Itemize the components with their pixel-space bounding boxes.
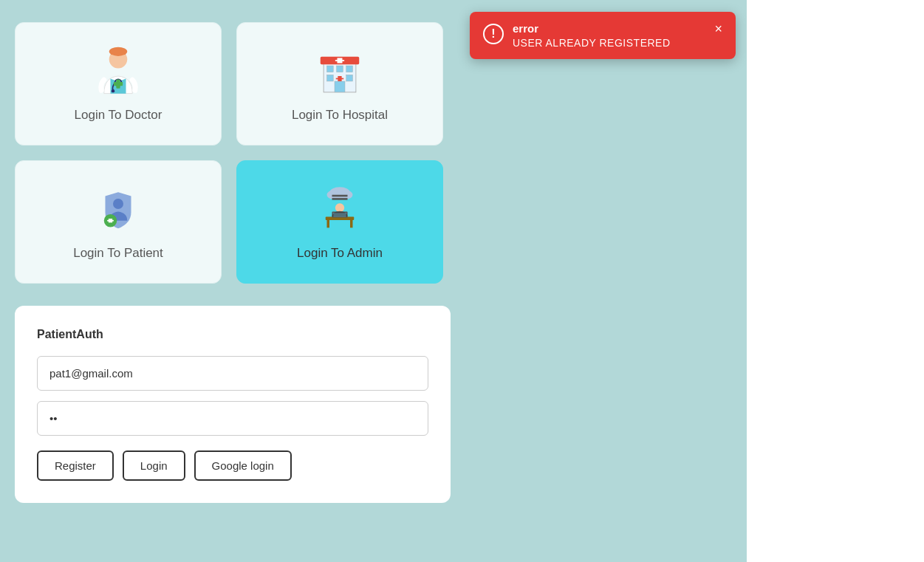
svg-rect-26 xyxy=(332,198,348,200)
hospital-card-label: Login To Hospital xyxy=(292,108,388,123)
auth-buttons: Register Login Google login xyxy=(37,450,428,481)
login-button[interactable]: Login xyxy=(123,450,185,481)
main-content: Login To Doctor xyxy=(0,0,747,518)
password-input[interactable] xyxy=(37,401,428,436)
error-message: USER ALREADY REGISTERED xyxy=(513,37,702,49)
svg-rect-9 xyxy=(335,60,344,61)
svg-rect-15 xyxy=(335,81,345,92)
login-card-doctor[interactable]: Login To Doctor xyxy=(15,22,222,145)
svg-rect-5 xyxy=(114,82,123,86)
error-close-button[interactable]: × xyxy=(714,22,722,35)
svg-point-18 xyxy=(113,199,123,209)
register-button[interactable]: Register xyxy=(37,450,114,481)
svg-point-3 xyxy=(112,89,114,92)
svg-rect-12 xyxy=(346,66,353,72)
patient-card-label: Login To Patient xyxy=(73,246,163,261)
email-input[interactable] xyxy=(37,356,428,391)
svg-rect-17 xyxy=(336,78,344,80)
svg-point-27 xyxy=(335,203,344,212)
svg-rect-21 xyxy=(107,220,114,222)
admin-icon xyxy=(310,183,369,235)
cards-grid: Login To Doctor xyxy=(15,22,732,284)
doctor-icon xyxy=(89,45,148,97)
login-card-hospital[interactable]: Login To Hospital xyxy=(236,22,443,145)
svg-rect-13 xyxy=(327,75,334,81)
hospital-icon xyxy=(310,45,369,97)
right-panel xyxy=(747,0,924,562)
svg-rect-30 xyxy=(350,220,353,228)
error-text-block: error USER ALREADY REGISTERED xyxy=(513,22,702,49)
login-card-admin[interactable]: Login To Admin xyxy=(236,160,443,284)
auth-form: PatientAuth Register Login Google login xyxy=(15,306,451,503)
svg-rect-14 xyxy=(346,75,353,81)
doctor-card-label: Login To Doctor xyxy=(75,108,162,123)
error-icon: ! xyxy=(483,24,504,44)
auth-form-title: PatientAuth xyxy=(37,328,428,341)
svg-rect-10 xyxy=(327,66,334,72)
google-login-button[interactable]: Google login xyxy=(194,450,292,481)
svg-rect-25 xyxy=(332,195,348,197)
svg-rect-11 xyxy=(337,66,343,72)
error-toast: ! error USER ALREADY REGISTERED × xyxy=(470,12,736,59)
login-card-patient[interactable]: Login To Patient xyxy=(15,160,222,284)
patient-icon xyxy=(89,183,148,235)
svg-point-1 xyxy=(109,47,128,56)
admin-card-label: Login To Admin xyxy=(297,246,383,261)
error-title: error xyxy=(513,22,702,35)
svg-rect-29 xyxy=(327,220,330,228)
